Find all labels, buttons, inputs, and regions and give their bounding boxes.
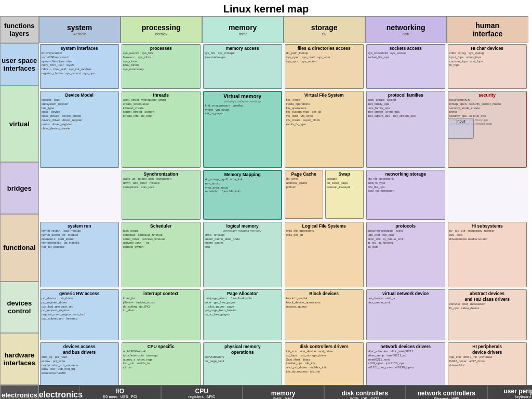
elec-cpu: CPU registers APIC interrupt controller <box>161 385 243 399</box>
vfs-block: Virtual File System file inode inode_ope… <box>285 91 364 168</box>
physical-memory-block: physical memoryoperations arch/i386/mm/ … <box>203 342 282 385</box>
virtual-memory-block: Virtual memory virtually continues memor… <box>203 91 282 168</box>
page-allocator-block: Page Allocator mm/page_alloc.c /proc/bud… <box>203 289 282 340</box>
hi-subsystems-block: HI subsystems tty log_buf mousedev_handl… <box>448 222 527 287</box>
human-interface-column-header: humaninterface <box>447 16 528 43</box>
content-area: system kernel/ processing kernel/ memory… <box>39 16 532 399</box>
interrupt-block: interrupt context timer_list jiffies++ t… <box>122 289 201 340</box>
storage-column-header: storage fs/ <box>284 16 365 43</box>
processing-column-header: processing kernel/ <box>121 16 202 43</box>
system-column-header: system kernel/ <box>39 16 121 43</box>
logical-memory-block: logical memory physically mapped memory … <box>203 222 282 287</box>
networking-label: networking <box>387 23 425 32</box>
input-block: input <box>448 118 474 139</box>
devices-bus-block: devices accessand bus drivers ehci_irq p… <box>40 342 119 385</box>
swap-title: Swap <box>327 171 362 177</box>
page-allocator-title: Page Allocator <box>205 291 281 297</box>
electronics-row: electronics I/O I/O mem USB PCI I/O port… <box>39 385 532 399</box>
vm-subtitle: virtually continues memory <box>205 100 280 104</box>
functions-label: functions <box>4 22 35 30</box>
virtual-memory-title: Virtual memory <box>205 93 280 100</box>
logical-fs-title: Logical File Systems <box>286 223 362 229</box>
elec-peripherals: user peripherals keyboard cam mouse audi… <box>487 385 532 399</box>
memory-mapping-block: Memory Mapping do_mmap_pgoff vma_link mm… <box>203 170 282 220</box>
hi-subsystems-title: HI subsystems <box>449 223 525 229</box>
system-path: kernel/ <box>73 32 86 36</box>
sockets-access-block: sockets access sys_socketcall sys_socket… <box>366 44 445 89</box>
memory-column-header: memory mm/ <box>202 16 284 43</box>
scheduler-block: Scheduler task_struct schedule schedule_… <box>122 222 201 287</box>
files-dirs-block: files & directories access do_path_looku… <box>285 44 364 89</box>
generic-hw-title: generic HW access <box>42 291 117 297</box>
page-cache-title: Page Cache <box>286 171 322 177</box>
files-dirs-title: files & directories access <box>286 46 362 51</box>
system-label: system <box>67 23 92 32</box>
lm-subtitle: physically mapped memory <box>205 229 281 233</box>
bridges-zone-bg <box>39 169 528 221</box>
elec-io-label: I/O <box>116 388 124 395</box>
networking-storage-title: networking storage <box>368 171 444 177</box>
device-model-title: Device Model <box>42 92 117 98</box>
security-title: security <box>449 92 525 98</box>
processing-label: processing <box>142 23 181 32</box>
abstract-hid-title: abstract devicesand HID class drivers <box>449 291 525 302</box>
storage-path: fs/ <box>322 32 326 36</box>
protocols-title: protocols <box>368 223 444 229</box>
threads-block: threads work_struct workqueue_struct cre… <box>122 91 201 168</box>
elec-disk: disk controllers SCSI IDE SATA <box>324 385 406 399</box>
block-devices-title: Block devices <box>286 291 362 297</box>
elec-cpu-label: CPU <box>195 388 208 395</box>
elec-peripherals-label: user peripherals <box>503 388 532 395</box>
hi-char-title: HI char devices <box>449 46 525 51</box>
memory-path: mm/ <box>238 32 247 36</box>
networking-column-header: networking net/ <box>365 16 447 43</box>
electronics-cells: I/O I/O mem USB PCI I/O ports controller… <box>79 385 532 399</box>
protocols-block: protocols /proc/net/protocols proto udp_… <box>366 222 445 287</box>
hi-peripherals-block: HI peripheralsdevice drivers vga_con i80… <box>448 342 527 385</box>
storage-label: storage <box>311 23 338 32</box>
network-devices-block: network devices drivers alloc_etherdev a… <box>366 342 445 385</box>
cpu-specific-block: CPU specific arch/i386/kernel/ /proc/int… <box>122 342 201 385</box>
swap-block: Swap kswapd do_swap_page wakeup_kswapd <box>325 170 364 219</box>
processes-title: processes <box>123 46 199 51</box>
vfs-title: Virtual File System <box>286 92 362 98</box>
column-headers: system kernel/ processing kernel/ memory… <box>39 16 532 43</box>
bridges-layer: bridges <box>0 162 39 214</box>
layers-label: layers <box>10 30 30 37</box>
memory-mapping-title: Memory Mapping <box>205 172 280 178</box>
page-wrapper: Linux kernel map functionslayers user sp… <box>0 0 532 399</box>
system-interfaces-title: system interfaces <box>42 46 117 51</box>
logical-memory-title: logical memory <box>205 223 281 229</box>
threads-title: threads <box>123 92 199 98</box>
networking-storage-block: networking storage nfs_file_operations s… <box>366 170 445 220</box>
virtual-layer: virtual <box>0 86 39 163</box>
memory-label: memory <box>229 23 257 32</box>
system-run-title: system run <box>42 223 117 229</box>
layers-column: functionslayers user spaceinterfaces vir… <box>0 16 39 399</box>
hi-char-block: HI char devices cdev kmsg sys_syslog inp… <box>448 44 527 89</box>
main-container: functionslayers user spaceinterfaces vir… <box>0 16 532 399</box>
sync-title: Synchronization <box>123 171 199 177</box>
elec-memory-label: memory <box>271 390 296 397</box>
processing-path: kernel/ <box>155 32 167 36</box>
kernel-map-area: system interfaces linux/syscalls.h asm-i… <box>39 43 530 385</box>
cpu-specific-title: CPU specific <box>123 344 199 350</box>
processes-block: processes sys_execve sys_fork fs/exec.c … <box>122 44 201 89</box>
devices-bus-title: devices accessand bus drivers <box>42 344 117 355</box>
memory-access-block: memory access sys_brk sys_mmap2 /proc/se… <box>203 44 282 89</box>
protocol-families-block: protocol families sock_create socket ine… <box>366 91 445 168</box>
page-cache-block: Page Cache do_sync address_space pdflush <box>285 170 323 219</box>
scheduler-title: Scheduler <box>123 223 199 229</box>
devices-control-layer: devicescontrol <box>0 282 39 334</box>
page-title: Linux kernel map <box>0 0 532 16</box>
interrupt-title: interrupt context <box>123 291 199 297</box>
elec-memory: memory RAM MMU <box>243 385 324 399</box>
logical-fs-block: Logical File Systems ext3_file_operation… <box>285 222 364 287</box>
electronics-layer: electronics <box>0 385 39 399</box>
electronics-label: electronics <box>39 390 79 399</box>
hi-peripherals-title: HI peripheralsdevice drivers <box>449 344 525 355</box>
network-devices-title: network devices drivers <box>368 344 444 350</box>
elec-disk-label: disk controllers <box>341 390 388 397</box>
human-interface-label: humaninterface <box>472 21 502 38</box>
generic-hw-block: generic HW access pci_device usb_driver … <box>40 289 119 340</box>
